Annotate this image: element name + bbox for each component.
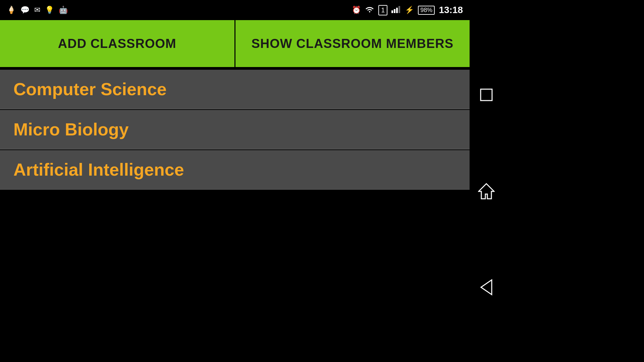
list-item[interactable]: Micro Biology <box>0 110 470 149</box>
svg-marker-5 <box>479 184 494 199</box>
classroom-list: Computer Science Micro Biology Artificia… <box>0 70 470 190</box>
alarm-icon: ⏰ <box>352 6 361 14</box>
time-display: 13:18 <box>439 5 463 15</box>
show-members-button[interactable]: SHOW CLASSROOM MEMBERS <box>235 20 470 67</box>
status-right-icons: ⏰ 1 ⚡ 98% 13:18 <box>352 5 463 15</box>
right-black-area <box>503 0 644 362</box>
back-nav-button[interactable] <box>476 277 496 297</box>
classroom-name: Artificial Intelligence <box>13 160 184 179</box>
svg-rect-0 <box>391 10 393 13</box>
svg-rect-2 <box>396 8 398 13</box>
list-item[interactable]: Artificial Intelligence <box>0 150 470 190</box>
svg-rect-3 <box>398 6 400 13</box>
app-area: ADD CLASSROOM SHOW CLASSROOM MEMBERS Com… <box>0 20 470 362</box>
whatsapp-icon: 💬 <box>20 6 30 14</box>
svg-marker-6 <box>481 280 492 295</box>
ice-cream-icon: 🍦 <box>7 6 16 14</box>
svg-rect-4 <box>481 89 492 101</box>
status-bar: 🍦 💬 ✉ 💡 🤖 ⏰ 1 ⚡ 98% 13:18 <box>0 0 470 20</box>
charging-icon: ⚡ <box>405 6 414 14</box>
nav-buttons <box>470 20 503 362</box>
mail-icon: ✉ <box>34 6 40 14</box>
battery-indicator: 98% <box>418 6 435 15</box>
svg-rect-1 <box>394 9 395 13</box>
wifi-icon <box>365 5 374 15</box>
classroom-name: Computer Science <box>13 79 167 99</box>
add-classroom-button[interactable]: ADD CLASSROOM <box>0 20 235 67</box>
home-nav-button[interactable] <box>476 181 496 201</box>
button-row: ADD CLASSROOM SHOW CLASSROOM MEMBERS <box>0 20 470 67</box>
list-item[interactable]: Computer Science <box>0 70 470 109</box>
status-left-icons: 🍦 💬 ✉ 💡 🤖 <box>7 6 68 14</box>
sim-icon: 1 <box>378 5 387 15</box>
signal-icon <box>391 5 401 15</box>
bulb-icon: 💡 <box>45 6 54 14</box>
classroom-name: Micro Biology <box>13 120 129 139</box>
square-nav-button[interactable] <box>476 85 496 105</box>
android-icon: 🤖 <box>59 6 68 14</box>
